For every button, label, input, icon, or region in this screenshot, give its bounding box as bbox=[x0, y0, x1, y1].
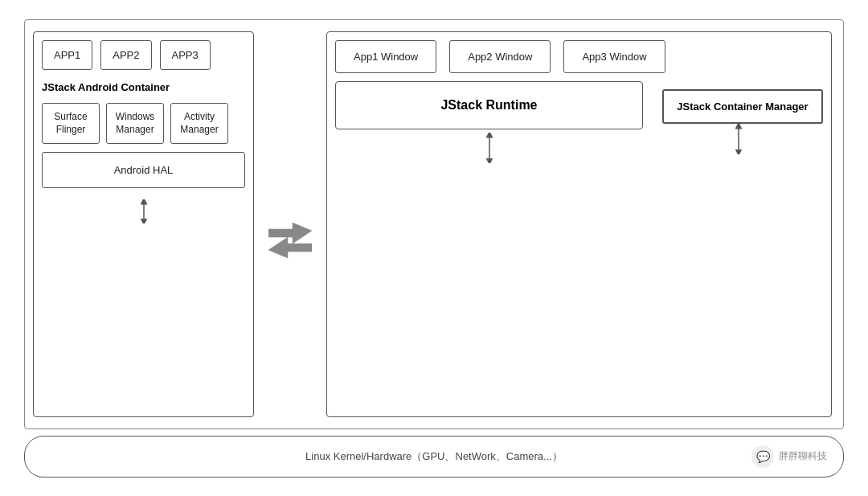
app2-box: APP2 bbox=[100, 40, 151, 70]
windows-manager-box: WindowsManager bbox=[106, 103, 164, 145]
left-container-label: JStack Android Container bbox=[42, 81, 245, 93]
watermark-text: 胖胖聊科技 bbox=[779, 449, 827, 463]
hal-arrow bbox=[136, 199, 152, 223]
bottom-bar-text: Linux Kernel/Hardware（GPU、NetWork、Camera… bbox=[25, 449, 843, 464]
surface-flinger-box: SurfaceFlinger bbox=[42, 103, 100, 145]
watermark-icon: 💬 bbox=[751, 445, 774, 468]
app2-window-box: App2 Window bbox=[449, 40, 551, 73]
left-container: APP1 APP2 APP3 JStack Android Container … bbox=[33, 31, 254, 417]
double-arrow bbox=[268, 223, 312, 258]
app3-box: APP3 bbox=[160, 40, 211, 70]
container-manager-box: JStack Container Manager bbox=[662, 89, 823, 124]
app1-box: APP1 bbox=[42, 40, 92, 70]
svg-marker-2 bbox=[268, 237, 312, 258]
runtime-box: JStack Runtime bbox=[335, 81, 643, 129]
runtime-arrow bbox=[481, 133, 497, 163]
right-container: App1 Window App2 Window App3 Window JSta… bbox=[326, 31, 832, 417]
diagram-wrapper: APP1 APP2 APP3 JStack Android Container … bbox=[24, 19, 844, 478]
svg-marker-1 bbox=[268, 223, 312, 244]
hal-box: Android HAL bbox=[42, 152, 245, 188]
windows-row: App1 Window App2 Window App3 Window bbox=[335, 40, 823, 73]
app1-window-box: App1 Window bbox=[335, 40, 436, 73]
watermark: 💬 胖胖聊科技 bbox=[751, 445, 827, 468]
container-arrow bbox=[731, 124, 747, 154]
apps-row: APP1 APP2 APP3 bbox=[42, 40, 245, 70]
components-row: SurfaceFlinger WindowsManager ActivityMa… bbox=[42, 103, 245, 145]
app3-window-box: App3 Window bbox=[563, 40, 665, 73]
activity-manager-box: ActivityManager bbox=[170, 103, 228, 145]
bottom-bar: Linux Kernel/Hardware（GPU、NetWork、Camera… bbox=[24, 436, 844, 478]
